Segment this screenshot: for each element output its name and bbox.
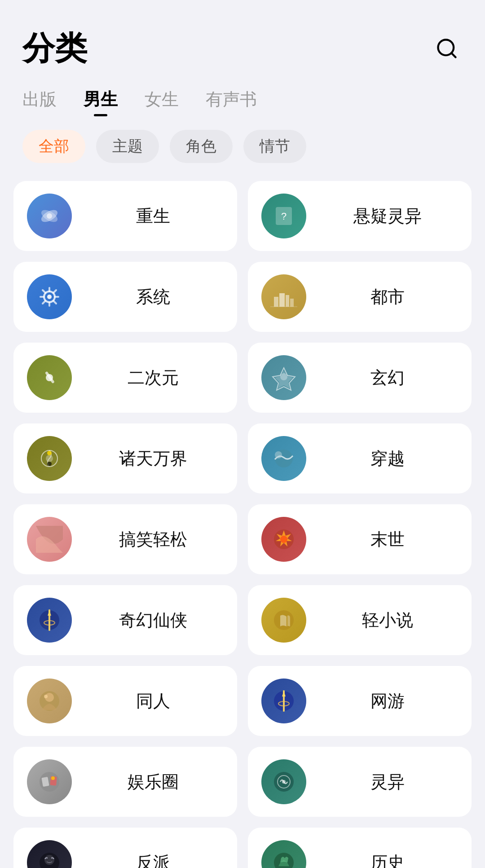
- tab-audiobook[interactable]: 有声书: [206, 88, 257, 116]
- svg-point-4: [47, 213, 52, 219]
- filter-plot[interactable]: 情节: [243, 130, 306, 163]
- system-label: 系统: [83, 286, 224, 308]
- category-fantasy[interactable]: 奇幻仙侠: [13, 585, 237, 655]
- tab-publish[interactable]: 出版: [22, 88, 57, 116]
- category-doujin[interactable]: 同人: [13, 666, 237, 736]
- endtimes-icon: [261, 517, 306, 562]
- category-mystery[interactable]: ? 悬疑灵异: [248, 181, 472, 251]
- svg-point-50: [51, 776, 55, 780]
- netgame-icon: [261, 679, 306, 723]
- mystery-label: 悬疑灵异: [317, 205, 458, 228]
- doujin-label: 同人: [83, 690, 224, 713]
- svg-point-8: [47, 295, 52, 299]
- svg-line-14: [53, 301, 56, 304]
- crossover-label: 穿越: [317, 447, 458, 470]
- lightnovel-icon: [261, 598, 306, 643]
- svg-point-30: [47, 462, 52, 466]
- svg-rect-20: [290, 299, 294, 307]
- comedy-label: 搞笑轻松: [83, 528, 224, 551]
- page-title: 分类: [22, 27, 87, 70]
- filter-chips: 全部 主题 角色 情节: [0, 121, 485, 176]
- city-icon: [261, 274, 306, 319]
- svg-text:?: ?: [281, 211, 287, 222]
- svg-line-15: [53, 290, 56, 293]
- entertainment-label: 娱乐圈: [83, 771, 224, 793]
- svg-rect-17: [274, 297, 278, 307]
- svg-line-1: [451, 53, 455, 57]
- tab-male[interactable]: 男生: [84, 88, 118, 116]
- search-button[interactable]: [431, 33, 463, 64]
- multiworld-icon: [27, 436, 72, 481]
- svg-rect-18: [279, 293, 285, 307]
- filter-character[interactable]: 角色: [170, 130, 233, 163]
- endtimes-label: 末世: [317, 528, 458, 551]
- page-header: 分类: [0, 0, 485, 79]
- svg-point-29: [47, 451, 52, 455]
- category-crossover[interactable]: 穿越: [248, 423, 472, 493]
- villain-icon: [27, 840, 72, 868]
- history-icon: [261, 840, 306, 868]
- fantasy-label: 奇幻仙侠: [83, 609, 224, 632]
- svg-line-13: [43, 290, 45, 293]
- system-icon: [27, 274, 72, 319]
- fantasy-icon: [27, 598, 72, 643]
- entertainment-icon: [27, 759, 72, 804]
- category-lightnovel[interactable]: 轻小说: [248, 585, 472, 655]
- category-rebirth[interactable]: 重生: [13, 181, 237, 251]
- city-label: 都市: [317, 286, 458, 308]
- history-label: 历史: [317, 851, 458, 868]
- xuanhuan-icon: [261, 355, 306, 400]
- lingyi-icon: [261, 759, 306, 804]
- tab-female[interactable]: 女生: [145, 88, 179, 116]
- filter-theme[interactable]: 主题: [96, 130, 159, 163]
- villain-label: 反派: [83, 851, 224, 868]
- crossover-icon: [261, 436, 306, 481]
- svg-point-32: [275, 451, 282, 458]
- category-comedy[interactable]: 搞笑轻松: [13, 504, 237, 574]
- anime-label: 二次元: [83, 366, 224, 389]
- rebirth-icon: [27, 194, 72, 238]
- svg-point-55: [44, 855, 54, 865]
- lightnovel-label: 轻小说: [317, 609, 458, 632]
- lingyi-label: 灵异: [317, 771, 458, 793]
- category-system[interactable]: 系统: [13, 262, 237, 332]
- tabs-navigation: 出版 男生 女生 有声书: [0, 79, 485, 121]
- category-villain[interactable]: 反派: [13, 828, 237, 868]
- xuanhuan-label: 玄幻: [317, 366, 458, 389]
- comedy-icon: [27, 517, 72, 562]
- svg-line-16: [43, 301, 45, 304]
- svg-point-34: [280, 536, 287, 543]
- svg-point-53: [282, 780, 286, 784]
- netgame-label: 网游: [317, 690, 458, 713]
- filter-all[interactable]: 全部: [22, 130, 85, 163]
- category-entertainment[interactable]: 娱乐圈: [13, 747, 237, 817]
- rebirth-label: 重生: [83, 205, 224, 228]
- category-anime[interactable]: 二次元: [13, 343, 237, 413]
- anime-icon: [27, 355, 72, 400]
- category-grid: 重生 ? 悬疑灵异 系统: [0, 176, 485, 868]
- doujin-icon: [27, 679, 72, 723]
- category-history[interactable]: 历史: [248, 828, 472, 868]
- multiworld-label: 诸天万界: [83, 447, 224, 470]
- svg-point-26: [280, 373, 287, 380]
- svg-point-42: [44, 695, 48, 698]
- category-city[interactable]: 都市: [248, 262, 472, 332]
- svg-rect-19: [286, 295, 289, 307]
- category-multiworld[interactable]: 诸天万界: [13, 423, 237, 493]
- category-lingyi[interactable]: 灵异: [248, 747, 472, 817]
- category-netgame[interactable]: 网游: [248, 666, 472, 736]
- mystery-icon: ?: [261, 194, 306, 238]
- category-endtimes[interactable]: 末世: [248, 504, 472, 574]
- category-xuanhuan[interactable]: 玄幻: [248, 343, 472, 413]
